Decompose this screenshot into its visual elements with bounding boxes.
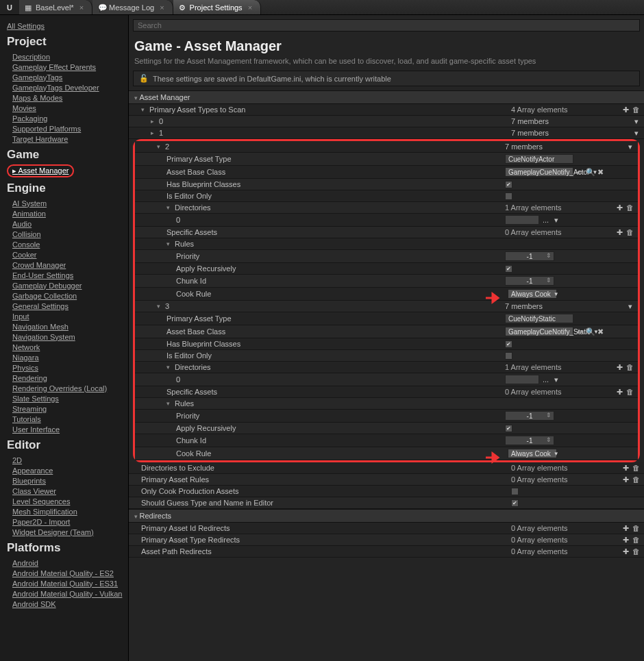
expand-icon[interactable]: ▾ [166,400,173,407]
sidebar-item[interactable]: Gameplay Effect Parents [7,62,124,72]
directory-input[interactable] [505,215,539,225]
trash-icon[interactable]: 🗑 [626,388,634,396]
add-icon[interactable]: ✚ [622,536,630,544]
add-icon[interactable]: ✚ [622,525,630,532]
sidebar-item[interactable]: Slate Settings [7,393,124,403]
sidebar-item[interactable]: Widget Designer (Team) [7,527,124,537]
sidebar-item[interactable]: Network [7,342,124,352]
expand-icon[interactable]: ▾ [157,303,164,310]
trash-icon[interactable]: 🗑 [626,229,634,236]
expand-icon[interactable]: ▾ [157,143,164,150]
sidebar-item[interactable]: Appearance [7,465,124,475]
sidebar-all-settings[interactable]: All Settings [7,21,124,31]
checkbox[interactable] [511,488,519,495]
chevron-down-icon[interactable]: ▾ [632,129,640,137]
primary-asset-type-input[interactable] [505,154,573,164]
sidebar-item[interactable]: Android Material Quality - ES31 [7,578,124,588]
clear-icon[interactable]: ✖ [597,328,604,336]
trash-icon[interactable]: 🗑 [632,476,640,484]
sidebar-item[interactable]: General Settings [7,301,124,311]
sidebar-item[interactable]: Animation [7,208,124,219]
expand-icon[interactable]: ▾ [141,106,148,113]
sidebar-item[interactable]: Garbage Collection [7,290,124,301]
trash-icon[interactable]: 🗑 [632,464,640,472]
checkbox[interactable]: ✔ [505,265,512,273]
add-icon[interactable]: ✚ [616,204,623,212]
chevron-down-icon[interactable]: ▾ [626,143,634,151]
primary-asset-type-input[interactable] [505,314,573,323]
sidebar-item[interactable]: Console [7,239,124,249]
sidebar-item[interactable]: Streaming [7,403,124,414]
add-icon[interactable]: ✚ [622,106,630,114]
section-redirects[interactable]: Redirects [129,509,644,523]
priority-spinner[interactable]: -1 [505,411,554,421]
sidebar-item[interactable]: User Interface [7,424,124,434]
chevron-down-icon[interactable]: ▾ [626,303,634,310]
sidebar-item[interactable]: Paper2D - Import [7,516,124,527]
settings-category-sidebar[interactable]: All Settings Project Description Gamepla… [0,15,129,661]
add-icon[interactable]: ✚ [616,364,623,371]
browse-icon[interactable]: 🔍 [586,328,594,336]
sidebar-item[interactable]: Maps & Modes [7,92,124,103]
sidebar-item[interactable]: GameplayTags Developer [7,82,124,92]
sidebar-item[interactable]: Physics [7,362,124,373]
add-icon[interactable]: ✚ [622,476,630,484]
sidebar-item[interactable]: Input [7,311,124,321]
add-icon[interactable]: ✚ [622,548,630,556]
trash-icon[interactable]: 🗑 [626,364,634,371]
expand-icon[interactable]: ▾ [166,204,173,211]
checkbox[interactable]: ✔ [511,499,519,507]
sidebar-item[interactable]: Niagara [7,352,124,362]
clear-icon[interactable]: ✖ [597,169,604,176]
sidebar-item[interactable]: End-User Settings [7,270,124,280]
sidebar-item[interactable]: Class Viewer [7,486,124,496]
sidebar-item[interactable]: Android Material Quality - ES2 [7,568,124,578]
sidebar-item[interactable]: 2D [7,455,124,465]
sidebar-item[interactable]: Collision [7,229,124,239]
sidebar-item[interactable]: Blueprints [7,475,124,486]
section-asset-manager[interactable]: Asset Manager [129,90,644,104]
sidebar-item[interactable]: Packaging [7,113,124,123]
expand-icon[interactable]: ▾ [166,240,173,247]
chevron-down-icon[interactable]: ▾ [632,118,640,125]
sidebar-item[interactable]: Navigation System [7,332,124,342]
sidebar-item[interactable]: Rendering [7,373,124,383]
directory-input[interactable] [505,375,539,384]
checkbox[interactable] [505,192,512,200]
sidebar-item[interactable]: Mesh Simplification [7,506,124,516]
ellipsis-icon[interactable]: ... [542,376,549,384]
sidebar-item[interactable]: Gameplay Debugger [7,280,124,290]
tab-baselevel[interactable]: ▦ BaseLevel* × [19,0,92,14]
ellipsis-icon[interactable]: ... [542,216,549,224]
sidebar-item[interactable]: Target Hardware [7,134,124,144]
close-icon[interactable]: × [248,3,252,12]
checkbox[interactable]: ✔ [505,340,512,348]
cook-rule-combo[interactable]: Always Cook▼ [508,289,557,299]
trash-icon[interactable]: 🗑 [632,106,640,114]
trash-icon[interactable]: 🗑 [632,536,640,544]
asset-base-class-combo[interactable]: GameplayCueNotify_Static▼ [505,327,573,336]
chevron-down-icon[interactable]: ▾ [552,376,560,384]
checkbox[interactable] [505,352,512,360]
back-arrow-icon[interactable]: ⇐ [576,169,584,176]
browse-icon[interactable]: 🔍 [586,169,594,176]
sidebar-item[interactable]: Android Material Quality - Vulkan [7,588,124,599]
tab-projectsettings[interactable]: ⚙ Project Settings × [173,0,261,14]
sidebar-item[interactable]: Cooker [7,249,124,260]
trash-icon[interactable]: 🗑 [632,525,640,532]
close-icon[interactable]: × [79,3,84,12]
sidebar-item[interactable]: Navigation Mesh [7,321,124,332]
checkbox[interactable]: ✔ [505,181,512,188]
sidebar-item[interactable]: Movies [7,103,124,113]
chunkid-spinner[interactable]: -1 [505,276,554,286]
asset-base-class-combo[interactable]: GameplayCueNotify_Actor▼ [505,167,573,177]
sidebar-item[interactable]: AI System [7,198,124,208]
sidebar-item[interactable]: Android SDK [7,599,124,609]
checkbox[interactable]: ✔ [505,425,512,432]
close-icon[interactable]: × [160,3,164,12]
cook-rule-combo[interactable]: Always Cook▼ [508,449,557,458]
sidebar-item[interactable]: Audio [7,219,124,229]
chunkid-spinner[interactable]: -1 [505,436,554,445]
sidebar-item[interactable]: Tutorials [7,414,124,424]
expand-icon[interactable]: ▾ [166,364,173,371]
